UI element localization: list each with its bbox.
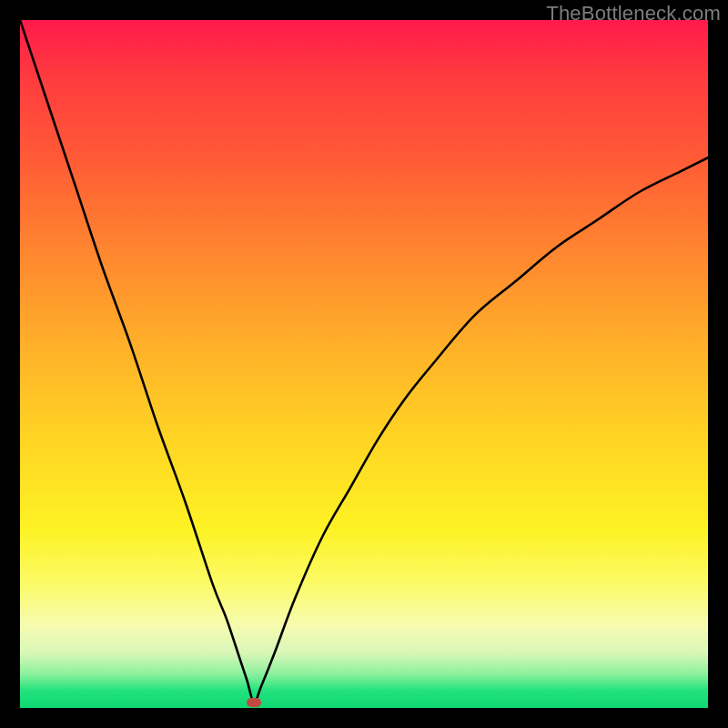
chart-frame: TheBottleneck.com bbox=[0, 0, 728, 728]
bottleneck-curve bbox=[20, 20, 708, 708]
optimal-marker bbox=[247, 698, 261, 707]
plot-area bbox=[20, 20, 708, 708]
watermark-text: TheBottleneck.com bbox=[546, 2, 721, 25]
